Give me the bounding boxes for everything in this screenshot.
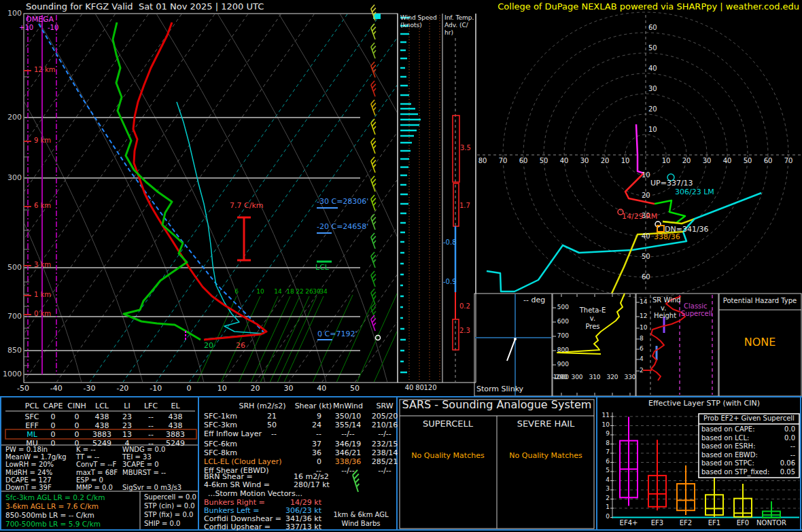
- srw46-label: 4-6km SR Wind =: [204, 481, 270, 489]
- sars-hail-header[interactable]: SEVERE HAIL: [517, 419, 575, 429]
- srw46-value: 280/17 kt: [294, 481, 330, 489]
- sars-supercell-message: No Quality Matches: [411, 452, 484, 460]
- minus20-level-label: -20 C=24658': [317, 223, 368, 231]
- sars-supercell-header[interactable]: SUPERCELL: [423, 419, 473, 429]
- slinky-deg-readout: -- deg: [523, 296, 545, 304]
- slinky-panel-label: Storm Slinky: [476, 385, 523, 393]
- sfc-temp-value: 26: [236, 342, 245, 350]
- thetae-title-3: Pres: [585, 323, 599, 331]
- hazard-panel-title: Potential Hazard Type: [723, 298, 797, 305]
- lapse-rate-annotation: 7.7 C/km: [230, 202, 263, 210]
- srwind-classic-2: Supercell: [681, 311, 712, 318]
- omega-title: OMEGA: [26, 16, 54, 24]
- adv-panel-title-2: Adv. (C/: [444, 22, 468, 29]
- sharppy-sounding-app: { "header": { "title": "Sounding for KFG…: [0, 0, 802, 532]
- srwind-title-1: SR Wind: [652, 297, 681, 304]
- hodo-up-vector: UP=337/13: [650, 179, 693, 188]
- hodo-cloud-layer-vector: 338/36: [654, 233, 680, 241]
- stp-panel-title: Effective Layer STP (with CIN): [648, 400, 760, 408]
- srwind-title-3: Height: [654, 313, 676, 320]
- wind-panel-title-1: Wind Speed: [400, 15, 437, 21]
- zero-level-label: 0 C=7192': [317, 330, 357, 338]
- storm-motion-vectors-title: ...Storm Motion Vectors...: [208, 490, 302, 498]
- brn-shear-label: BRN Shear =: [204, 473, 253, 481]
- window-title: Sounding for KFGZ Valid Sat 01 Nov 2025 …: [26, 2, 264, 12]
- omega-minus-label: -10: [48, 24, 58, 32]
- credit-link[interactable]: College of DuPage NEXLAB powered via SHA…: [498, 2, 799, 12]
- barb-caption-1: 1km & 6km AGL: [333, 512, 388, 519]
- omega-plus-label: +10: [19, 24, 33, 32]
- sfc-dewpoint-value: 20: [204, 342, 213, 350]
- brn-shear-value: 16 m2/s2: [294, 473, 329, 481]
- thetae-title-1: Theta-E: [580, 307, 606, 315]
- sars-title: SARS - Sounding Analogue System: [402, 400, 592, 411]
- hodo-right-mover: 14/29 RM: [622, 213, 657, 221]
- adv-panel-title-3: hr): [444, 30, 453, 36]
- stp-prob-box-title: Prob EF2+ Given Supercell: [703, 415, 795, 423]
- wind-panel-title-2: (knots): [400, 22, 422, 29]
- hodo-left-mover: 306/23 LM: [675, 188, 714, 196]
- hazard-value: NONE: [744, 337, 776, 349]
- static-labels: Sounding for KFGZ Valid Sat 01 Nov 2025 …: [0, 0, 802, 532]
- barb-caption-2: Wind Barbs: [342, 520, 381, 528]
- adv-panel-title-1: Inf. Temp.: [444, 15, 474, 21]
- srwind-title-2: v.: [661, 305, 666, 313]
- sars-hail-message: No Quality Matches: [509, 452, 582, 460]
- thetae-title-2: v.: [590, 315, 595, 323]
- lcl-label: LCL: [315, 264, 329, 272]
- srwind-classic-1: Classic: [684, 303, 708, 311]
- minus30-level-label: -30 C=28306': [317, 198, 368, 206]
